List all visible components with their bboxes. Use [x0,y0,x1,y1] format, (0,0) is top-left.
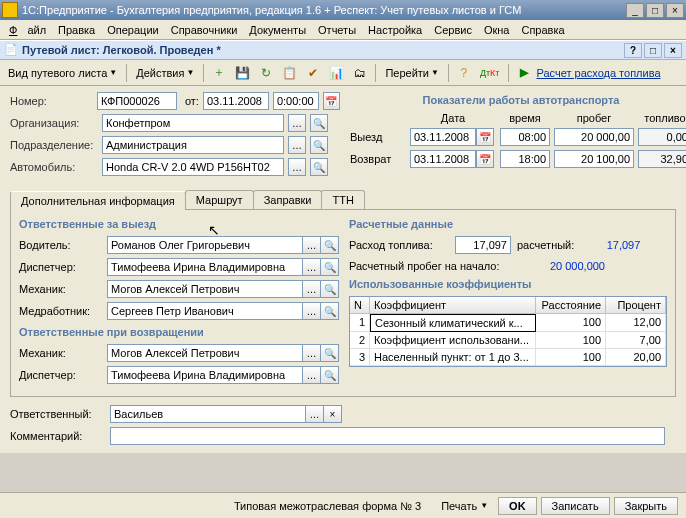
tab-route[interactable]: Маршрут [185,190,254,209]
medic-open-icon[interactable]: 🔍 [321,302,339,320]
mechanic-out-select-icon[interactable]: … [303,280,321,298]
org-input[interactable] [102,114,284,132]
col-mileage: пробег [554,112,634,124]
out-date-cal-icon[interactable]: 📅 [476,128,494,146]
car-select-icon[interactable]: … [288,158,306,176]
car-label: Автомобиль: [10,161,98,173]
new-icon[interactable]: ＋ [209,63,229,83]
ok-button[interactable]: OK [498,497,537,515]
driver-input[interactable] [107,236,303,254]
close-button-footer[interactable]: Закрыть [614,497,678,515]
goto-dropdown[interactable]: Перейти▼ [381,63,443,83]
out-time[interactable] [500,128,550,146]
dispatcher-ret-select-icon[interactable]: … [303,366,321,384]
menu-docs[interactable]: Документы [244,22,311,38]
out-date[interactable] [410,128,476,146]
view-type-dropdown[interactable]: Вид путевого листа▼ [4,63,121,83]
menu-windows[interactable]: Окна [479,22,515,38]
mechanic-ret-open-icon[interactable]: 🔍 [321,344,339,362]
resp-input[interactable] [110,405,306,423]
calendar-icon[interactable]: 📅 [323,92,340,110]
menu-service[interactable]: Сервис [429,22,477,38]
fuel-calc-link[interactable]: Расчет расхода топлива [536,67,660,79]
menu-setup[interactable]: Настройка [363,22,427,38]
minimize-button[interactable]: _ [626,3,644,18]
table-row[interactable]: 1 Сезонный климатический к... 100 12,00 [350,314,666,332]
dept-open-icon[interactable]: 🔍 [310,136,328,154]
play-icon[interactable]: ▶ [520,66,528,79]
col-dist[interactable]: Расстояние [536,297,606,314]
help-icon[interactable]: ? [454,63,474,83]
mechanic-ret-input[interactable] [107,344,303,362]
tab-additional[interactable]: Дополнительная информация [10,191,186,210]
dispatcher-out-input[interactable] [107,258,303,276]
dispatcher-out-open-icon[interactable]: 🔍 [321,258,339,276]
mechanic-out-input[interactable] [107,280,303,298]
org-select-icon[interactable]: … [288,114,306,132]
actions-dropdown[interactable]: Действия▼ [132,63,198,83]
resp-label: Ответственный: [10,408,106,420]
restore-button[interactable]: □ [646,3,664,18]
struct-icon[interactable]: 🗂 [350,63,370,83]
ret-time[interactable] [500,150,550,168]
ret-date[interactable] [410,150,476,168]
date-input[interactable] [203,92,269,110]
time-input[interactable] [273,92,319,110]
post-icon[interactable]: ✔ [303,63,323,83]
dept-select-icon[interactable]: … [288,136,306,154]
report-icon[interactable]: 📊 [325,63,348,83]
menu-operations[interactable]: Операции [102,22,163,38]
main-menu[interactable]: ФФайлайл Правка Операции Справочники Док… [0,20,686,40]
dispatcher-out-select-icon[interactable]: … [303,258,321,276]
menu-help[interactable]: Справка [516,22,569,38]
dept-input[interactable] [102,136,284,154]
dispatcher-ret-input[interactable] [107,366,303,384]
driver-open-icon[interactable]: 🔍 [321,236,339,254]
menu-edit[interactable]: Правка [53,22,100,38]
resp-select-icon[interactable]: … [306,405,324,423]
ret-date-cal-icon[interactable]: 📅 [476,150,494,168]
dispatcher-ret-label: Диспетчер: [19,369,103,381]
mechanic-ret-select-icon[interactable]: … [303,344,321,362]
metrics-title: Показатели работы автотранспорта [350,94,686,106]
driver-select-icon[interactable]: … [303,236,321,254]
resp-clear-icon[interactable]: × [324,405,342,423]
doc-help-button[interactable]: ? [624,43,642,58]
close-button[interactable]: × [666,3,684,18]
doc-restore-button[interactable]: □ [644,43,662,58]
tab-ttn[interactable]: ТТН [321,190,364,209]
print-dropdown[interactable]: Печать ▼ [435,498,494,514]
comment-input[interactable] [110,427,665,445]
medic-select-icon[interactable]: … [303,302,321,320]
number-input[interactable] [97,92,177,110]
mechanic-out-open-icon[interactable]: 🔍 [321,280,339,298]
dtkt-icon[interactable]: ДтКт [476,63,504,83]
refresh-icon[interactable]: ↻ [256,63,276,83]
dispatcher-ret-open-icon[interactable]: 🔍 [321,366,339,384]
fuel-cons-input[interactable] [455,236,511,254]
save-icon[interactable]: 💾 [231,63,254,83]
col-k[interactable]: Коэффициент [370,297,536,314]
car-input[interactable] [102,158,284,176]
save-button[interactable]: Записать [541,497,610,515]
col-pct[interactable]: Процент [606,297,666,314]
table-row[interactable]: 3 Населенный пункт: от 1 до 3... 100 20,… [350,349,666,366]
menu-dict[interactable]: Справочники [166,22,243,38]
doc-icon: 📄 [4,43,18,57]
car-open-icon[interactable]: 🔍 [310,158,328,176]
doc-close-button[interactable]: × [664,43,682,58]
menu-reports[interactable]: Отчеты [313,22,361,38]
out-mileage[interactable] [554,128,634,146]
doc-title: Путевой лист: Легковой. Проведен * [22,44,221,56]
copy-icon[interactable]: 📋 [278,63,301,83]
medic-input[interactable] [107,302,303,320]
ret-mileage[interactable] [554,150,634,168]
menu-file[interactable]: ФФайлайл [4,22,51,38]
comment-label: Комментарий: [10,430,106,442]
coeffs-grid[interactable]: N Коэффициент Расстояние Процент 1 Сезон… [349,296,667,367]
col-n[interactable]: N [350,297,370,314]
org-open-icon[interactable]: 🔍 [310,114,328,132]
col-fuel: топливо [638,112,686,124]
table-row[interactable]: 2 Коэффициент использовани... 100 7,00 [350,332,666,349]
tab-refuel[interactable]: Заправки [253,190,323,209]
